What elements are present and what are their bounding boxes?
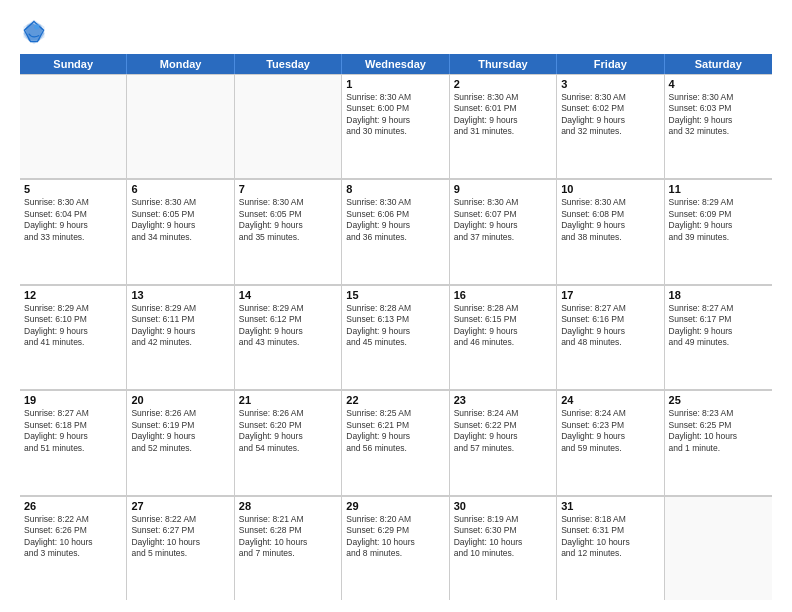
- day-number: 27: [131, 500, 229, 512]
- header-day-friday: Friday: [557, 54, 664, 74]
- day-info: Sunrise: 8:25 AM Sunset: 6:21 PM Dayligh…: [346, 408, 444, 454]
- day-cell-1: 1Sunrise: 8:30 AM Sunset: 6:00 PM Daylig…: [342, 74, 449, 178]
- day-cell-12: 12Sunrise: 8:29 AM Sunset: 6:10 PM Dayli…: [20, 285, 127, 389]
- day-cell-24: 24Sunrise: 8:24 AM Sunset: 6:23 PM Dayli…: [557, 390, 664, 494]
- day-number: 22: [346, 394, 444, 406]
- day-cell-17: 17Sunrise: 8:27 AM Sunset: 6:16 PM Dayli…: [557, 285, 664, 389]
- day-number: 7: [239, 183, 337, 195]
- day-info: Sunrise: 8:18 AM Sunset: 6:31 PM Dayligh…: [561, 514, 659, 560]
- day-number: 4: [669, 78, 768, 90]
- day-info: Sunrise: 8:30 AM Sunset: 6:05 PM Dayligh…: [131, 197, 229, 243]
- day-info: Sunrise: 8:28 AM Sunset: 6:15 PM Dayligh…: [454, 303, 552, 349]
- page: SundayMondayTuesdayWednesdayThursdayFrid…: [0, 0, 792, 612]
- day-info: Sunrise: 8:19 AM Sunset: 6:30 PM Dayligh…: [454, 514, 552, 560]
- day-info: Sunrise: 8:20 AM Sunset: 6:29 PM Dayligh…: [346, 514, 444, 560]
- day-cell-26: 26Sunrise: 8:22 AM Sunset: 6:26 PM Dayli…: [20, 496, 127, 600]
- day-number: 9: [454, 183, 552, 195]
- calendar-body: 1Sunrise: 8:30 AM Sunset: 6:00 PM Daylig…: [20, 74, 772, 600]
- day-info: Sunrise: 8:27 AM Sunset: 6:16 PM Dayligh…: [561, 303, 659, 349]
- empty-cell: [127, 74, 234, 178]
- day-cell-28: 28Sunrise: 8:21 AM Sunset: 6:28 PM Dayli…: [235, 496, 342, 600]
- day-cell-31: 31Sunrise: 8:18 AM Sunset: 6:31 PM Dayli…: [557, 496, 664, 600]
- day-number: 16: [454, 289, 552, 301]
- day-info: Sunrise: 8:30 AM Sunset: 6:04 PM Dayligh…: [24, 197, 122, 243]
- day-number: 28: [239, 500, 337, 512]
- day-number: 11: [669, 183, 768, 195]
- day-number: 21: [239, 394, 337, 406]
- day-info: Sunrise: 8:29 AM Sunset: 6:12 PM Dayligh…: [239, 303, 337, 349]
- day-cell-21: 21Sunrise: 8:26 AM Sunset: 6:20 PM Dayli…: [235, 390, 342, 494]
- day-info: Sunrise: 8:30 AM Sunset: 6:05 PM Dayligh…: [239, 197, 337, 243]
- day-info: Sunrise: 8:26 AM Sunset: 6:19 PM Dayligh…: [131, 408, 229, 454]
- day-cell-20: 20Sunrise: 8:26 AM Sunset: 6:19 PM Dayli…: [127, 390, 234, 494]
- day-number: 3: [561, 78, 659, 90]
- week-row-2: 5Sunrise: 8:30 AM Sunset: 6:04 PM Daylig…: [20, 179, 772, 284]
- week-row-1: 1Sunrise: 8:30 AM Sunset: 6:00 PM Daylig…: [20, 74, 772, 179]
- day-cell-6: 6Sunrise: 8:30 AM Sunset: 6:05 PM Daylig…: [127, 179, 234, 283]
- day-cell-3: 3Sunrise: 8:30 AM Sunset: 6:02 PM Daylig…: [557, 74, 664, 178]
- day-number: 8: [346, 183, 444, 195]
- day-info: Sunrise: 8:24 AM Sunset: 6:23 PM Dayligh…: [561, 408, 659, 454]
- day-cell-8: 8Sunrise: 8:30 AM Sunset: 6:06 PM Daylig…: [342, 179, 449, 283]
- header-day-thursday: Thursday: [450, 54, 557, 74]
- day-info: Sunrise: 8:30 AM Sunset: 6:01 PM Dayligh…: [454, 92, 552, 138]
- logo-icon: [20, 18, 48, 46]
- day-info: Sunrise: 8:28 AM Sunset: 6:13 PM Dayligh…: [346, 303, 444, 349]
- day-number: 25: [669, 394, 768, 406]
- day-number: 20: [131, 394, 229, 406]
- day-cell-15: 15Sunrise: 8:28 AM Sunset: 6:13 PM Dayli…: [342, 285, 449, 389]
- day-cell-5: 5Sunrise: 8:30 AM Sunset: 6:04 PM Daylig…: [20, 179, 127, 283]
- logo: [20, 18, 52, 46]
- day-cell-25: 25Sunrise: 8:23 AM Sunset: 6:25 PM Dayli…: [665, 390, 772, 494]
- day-number: 18: [669, 289, 768, 301]
- week-row-5: 26Sunrise: 8:22 AM Sunset: 6:26 PM Dayli…: [20, 496, 772, 600]
- day-number: 15: [346, 289, 444, 301]
- day-info: Sunrise: 8:22 AM Sunset: 6:27 PM Dayligh…: [131, 514, 229, 560]
- header-day-wednesday: Wednesday: [342, 54, 449, 74]
- day-number: 6: [131, 183, 229, 195]
- day-cell-22: 22Sunrise: 8:25 AM Sunset: 6:21 PM Dayli…: [342, 390, 449, 494]
- header-day-monday: Monday: [127, 54, 234, 74]
- day-cell-13: 13Sunrise: 8:29 AM Sunset: 6:11 PM Dayli…: [127, 285, 234, 389]
- day-number: 13: [131, 289, 229, 301]
- day-info: Sunrise: 8:26 AM Sunset: 6:20 PM Dayligh…: [239, 408, 337, 454]
- week-row-4: 19Sunrise: 8:27 AM Sunset: 6:18 PM Dayli…: [20, 390, 772, 495]
- day-info: Sunrise: 8:27 AM Sunset: 6:18 PM Dayligh…: [24, 408, 122, 454]
- day-cell-14: 14Sunrise: 8:29 AM Sunset: 6:12 PM Dayli…: [235, 285, 342, 389]
- empty-cell: [20, 74, 127, 178]
- day-info: Sunrise: 8:21 AM Sunset: 6:28 PM Dayligh…: [239, 514, 337, 560]
- day-number: 12: [24, 289, 122, 301]
- day-number: 23: [454, 394, 552, 406]
- day-cell-23: 23Sunrise: 8:24 AM Sunset: 6:22 PM Dayli…: [450, 390, 557, 494]
- day-cell-11: 11Sunrise: 8:29 AM Sunset: 6:09 PM Dayli…: [665, 179, 772, 283]
- calendar: SundayMondayTuesdayWednesdayThursdayFrid…: [20, 54, 772, 600]
- day-info: Sunrise: 8:30 AM Sunset: 6:06 PM Dayligh…: [346, 197, 444, 243]
- day-info: Sunrise: 8:29 AM Sunset: 6:09 PM Dayligh…: [669, 197, 768, 243]
- day-info: Sunrise: 8:30 AM Sunset: 6:07 PM Dayligh…: [454, 197, 552, 243]
- day-info: Sunrise: 8:29 AM Sunset: 6:10 PM Dayligh…: [24, 303, 122, 349]
- day-cell-16: 16Sunrise: 8:28 AM Sunset: 6:15 PM Dayli…: [450, 285, 557, 389]
- day-info: Sunrise: 8:27 AM Sunset: 6:17 PM Dayligh…: [669, 303, 768, 349]
- day-cell-9: 9Sunrise: 8:30 AM Sunset: 6:07 PM Daylig…: [450, 179, 557, 283]
- calendar-header: SundayMondayTuesdayWednesdayThursdayFrid…: [20, 54, 772, 74]
- day-number: 31: [561, 500, 659, 512]
- day-number: 19: [24, 394, 122, 406]
- day-cell-10: 10Sunrise: 8:30 AM Sunset: 6:08 PM Dayli…: [557, 179, 664, 283]
- day-cell-19: 19Sunrise: 8:27 AM Sunset: 6:18 PM Dayli…: [20, 390, 127, 494]
- day-info: Sunrise: 8:30 AM Sunset: 6:08 PM Dayligh…: [561, 197, 659, 243]
- header-day-sunday: Sunday: [20, 54, 127, 74]
- day-cell-30: 30Sunrise: 8:19 AM Sunset: 6:30 PM Dayli…: [450, 496, 557, 600]
- header-day-tuesday: Tuesday: [235, 54, 342, 74]
- day-info: Sunrise: 8:24 AM Sunset: 6:22 PM Dayligh…: [454, 408, 552, 454]
- day-cell-2: 2Sunrise: 8:30 AM Sunset: 6:01 PM Daylig…: [450, 74, 557, 178]
- day-info: Sunrise: 8:30 AM Sunset: 6:03 PM Dayligh…: [669, 92, 768, 138]
- week-row-3: 12Sunrise: 8:29 AM Sunset: 6:10 PM Dayli…: [20, 285, 772, 390]
- day-number: 5: [24, 183, 122, 195]
- day-info: Sunrise: 8:29 AM Sunset: 6:11 PM Dayligh…: [131, 303, 229, 349]
- day-info: Sunrise: 8:22 AM Sunset: 6:26 PM Dayligh…: [24, 514, 122, 560]
- day-cell-18: 18Sunrise: 8:27 AM Sunset: 6:17 PM Dayli…: [665, 285, 772, 389]
- day-number: 26: [24, 500, 122, 512]
- day-number: 30: [454, 500, 552, 512]
- day-number: 24: [561, 394, 659, 406]
- day-cell-4: 4Sunrise: 8:30 AM Sunset: 6:03 PM Daylig…: [665, 74, 772, 178]
